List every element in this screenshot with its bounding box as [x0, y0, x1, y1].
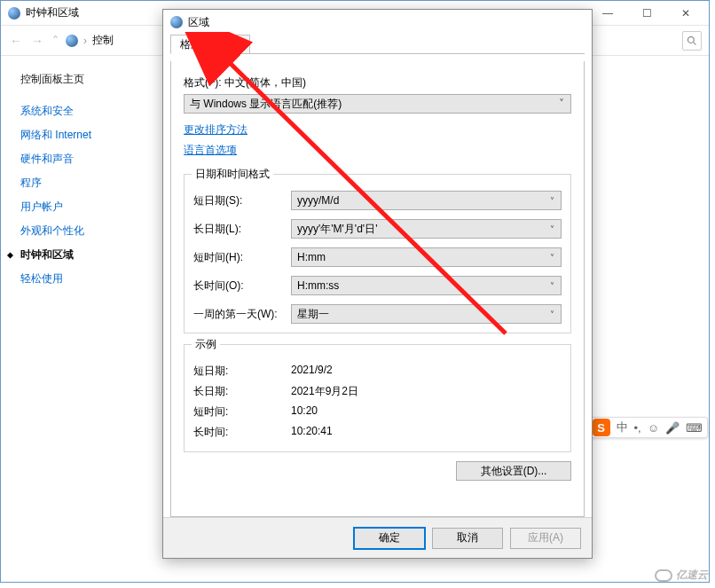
sidebar-item[interactable]: 网络和 Internet [20, 123, 152, 147]
chevron-down-icon: ˅ [544, 192, 560, 208]
long-date-value: yyyy'年'M'月'd'日' [297, 222, 377, 237]
ex-short-time-label: 短时间: [193, 404, 291, 419]
sidebar-item-active[interactable]: 时钟和区域 [20, 243, 152, 267]
maximize-button[interactable]: ☐ [627, 2, 666, 25]
other-settings-button[interactable]: 其他设置(D)... [456, 461, 571, 481]
minimize-button[interactable]: — [588, 2, 627, 25]
apply-button[interactable]: 应用(A) [510, 528, 581, 549]
sogou-icon[interactable]: S [593, 419, 610, 436]
chevron-down-icon: ˅ [554, 96, 570, 112]
sidebar-item[interactable]: 轻松使用 [20, 267, 152, 291]
ex-long-date-value: 2021年9月2日 [291, 384, 358, 399]
globe-icon [66, 35, 78, 47]
long-date-dropdown[interactable]: yyyy'年'M'月'd'日'˅ [291, 219, 562, 239]
dialog-tabstrip: 格式 管理 [170, 35, 585, 54]
breadcrumb-text[interactable]: 控制 [92, 33, 114, 48]
dialog-title: 区域 [188, 15, 209, 30]
short-time-dropdown[interactable]: H:mm˅ [291, 247, 562, 267]
link-sort-method[interactable]: 更改排序方法 [184, 122, 248, 137]
tab-admin[interactable]: 管理 [209, 35, 250, 54]
tab-format[interactable]: 格式 [170, 35, 211, 54]
chevron-down-icon: ˅ [544, 306, 560, 322]
cp-window-title: 时钟和区域 [26, 5, 79, 20]
ex-short-date-label: 短日期: [193, 364, 291, 379]
cp-category-list: 系统和安全 网络和 Internet 硬件和声音 程序 用户帐户 外观和个性化 … [20, 99, 152, 291]
link-language-pref[interactable]: 语言首选项 [184, 143, 237, 158]
cp-home-link[interactable]: 控制面板主页 [20, 72, 152, 87]
format-label: 格式(F): 中文(简体，中国) [184, 75, 571, 90]
format-dropdown[interactable]: 与 Windows 显示语言匹配(推荐) ˅ [184, 94, 571, 114]
watermark: 亿速云 [655, 568, 708, 583]
first-day-dropdown[interactable]: 星期一˅ [291, 304, 562, 324]
ex-long-date-label: 长日期: [193, 384, 291, 399]
dialog-titlebar: 区域 [163, 10, 592, 35]
chevron-down-icon: ˅ [544, 278, 560, 294]
chevron-down-icon: ˅ [544, 249, 560, 265]
short-date-dropdown[interactable]: yyyy/M/d˅ [291, 191, 562, 210]
cloud-icon [655, 569, 672, 582]
ime-toolbar[interactable]: S 中 •, ☺ 🎤 ⌨ [587, 417, 708, 438]
search-button[interactable] [682, 31, 702, 51]
globe-icon [8, 7, 20, 20]
long-time-label: 长时间(O): [193, 278, 291, 294]
svg-point-0 [688, 36, 695, 43]
sidebar-item[interactable]: 外观和个性化 [20, 219, 152, 243]
long-date-label: 长日期(L): [193, 222, 291, 237]
ex-short-time-value: 10:20 [291, 404, 318, 419]
ime-emoji-icon[interactable]: ☺ [648, 421, 659, 435]
group-examples: 示例 短日期:2021/9/2 长日期:2021年9月2日 短时间:10:20 … [184, 344, 571, 452]
back-button[interactable]: ← [8, 34, 24, 48]
group-datetime-title: 日期和时间格式 [192, 167, 273, 182]
dialog-button-bar: 确定 取消 应用(A) [163, 517, 592, 558]
cancel-button[interactable]: 取消 [432, 528, 503, 549]
group-datetime-formats: 日期和时间格式 短日期(S): yyyy/M/d˅ 长日期(L): yyyy'年… [184, 174, 571, 333]
sidebar-item[interactable]: 用户帐户 [20, 195, 152, 219]
format-dropdown-value: 与 Windows 显示语言匹配(推荐) [190, 97, 342, 112]
ex-long-time-label: 长时间: [193, 425, 291, 440]
short-date-label: 短日期(S): [193, 193, 291, 208]
ex-short-date-value: 2021/9/2 [291, 364, 333, 379]
ex-long-time-value: 10:20:41 [291, 425, 333, 440]
first-day-value: 星期一 [297, 307, 329, 322]
close-button[interactable]: ✕ [666, 2, 705, 25]
globe-icon [170, 16, 183, 28]
sidebar-item[interactable]: 程序 [20, 171, 152, 195]
ime-punct-icon[interactable]: •, [634, 421, 641, 435]
forward-button[interactable]: → [29, 34, 45, 48]
first-day-label: 一周的第一天(W): [193, 307, 291, 322]
ok-button[interactable]: 确定 [354, 528, 425, 549]
long-time-value: H:mm:ss [297, 279, 339, 292]
long-time-dropdown[interactable]: H:mm:ss˅ [291, 276, 562, 295]
short-date-value: yyyy/M/d [297, 194, 339, 207]
ime-mic-icon[interactable]: 🎤 [665, 421, 680, 435]
chevron-down-icon: ˅ [544, 221, 560, 237]
ime-keyboard-icon[interactable]: ⌨ [686, 421, 703, 435]
svg-line-1 [694, 42, 696, 44]
sidebar-item[interactable]: 硬件和声音 [20, 147, 152, 171]
group-examples-title: 示例 [192, 337, 220, 352]
search-icon [687, 35, 697, 46]
cp-sidebar: 控制面板主页 系统和安全 网络和 Internet 硬件和声音 程序 用户帐户 … [1, 56, 152, 582]
breadcrumb-sep: › [83, 35, 87, 47]
up-button[interactable]: ˄ [51, 34, 60, 48]
ime-lang[interactable]: 中 [617, 419, 628, 435]
short-time-label: 短时间(H): [193, 250, 291, 265]
sidebar-item[interactable]: 系统和安全 [20, 99, 152, 123]
tab-format-panel: 格式(F): 中文(简体，中国) 与 Windows 显示语言匹配(推荐) ˅ … [170, 61, 585, 517]
region-dialog: 区域 格式 管理 格式(F): 中文(简体，中国) 与 Windows 显示语言… [162, 9, 593, 559]
watermark-text: 亿速云 [676, 568, 708, 583]
short-time-value: H:mm [297, 251, 326, 263]
